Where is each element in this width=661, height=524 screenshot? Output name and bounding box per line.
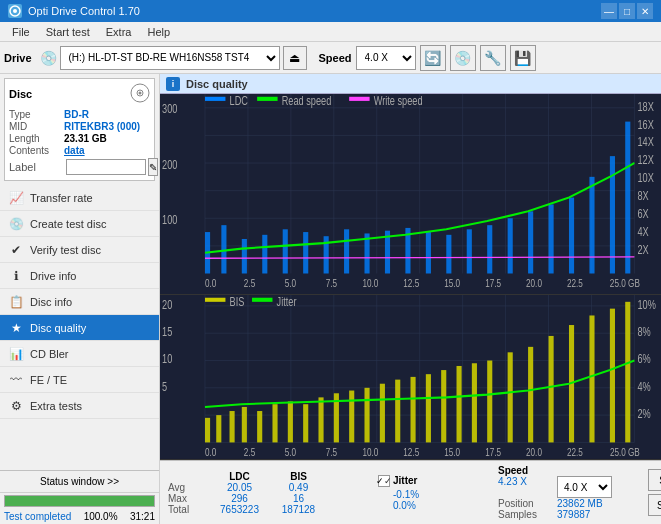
stats-total-ldc: 7653223 [212,504,267,515]
stats-max-ldc: 296 [212,493,267,504]
svg-text:12.5: 12.5 [403,446,419,458]
svg-rect-28 [303,232,308,273]
stats-avg-bis: 0.49 [271,482,326,493]
eject-button[interactable]: ⏏ [283,46,307,70]
svg-rect-116 [589,316,594,443]
sidebar-item-verify-test-disc[interactable]: ✔ Verify test disc [0,237,159,263]
speed-dropdown[interactable]: 4.0 X [557,476,612,498]
disc-length-value: 23.31 GB [64,133,107,144]
stats-total-label: Total [168,504,208,515]
jitter-max: 0.0% [393,500,488,511]
disc-type-label: Type [9,109,64,120]
nav-fe-te-label: FE / TE [30,374,67,386]
disc-label-input[interactable] [66,159,146,175]
close-button[interactable]: ✕ [637,3,653,19]
svg-rect-70 [257,97,277,101]
svg-rect-100 [318,398,323,443]
disc-contents-value[interactable]: data [64,145,85,156]
burn-button[interactable]: 💿 [450,45,476,71]
menu-extra[interactable]: Extra [98,24,140,40]
stats-bis-header: BIS [271,471,326,482]
svg-rect-102 [349,391,354,443]
menu-help[interactable]: Help [139,24,178,40]
svg-rect-34 [426,232,431,273]
minimize-button[interactable]: — [601,3,617,19]
maximize-button[interactable]: □ [619,3,635,19]
sidebar-item-create-test-disc[interactable]: 💿 Create test disc [0,211,159,237]
nav-verify-test-disc-label: Verify test disc [30,244,101,256]
label-edit-button[interactable]: ✎ [148,158,158,176]
samples-value: 379887 [557,509,627,520]
svg-rect-42 [589,177,594,274]
nav-transfer-rate-label: Transfer rate [30,192,93,204]
svg-text:15.0: 15.0 [444,277,460,290]
save-button[interactable]: 💾 [510,45,536,71]
drive-icon: 💿 [40,50,57,66]
svg-rect-104 [380,384,385,443]
sidebar-item-cd-bler[interactable]: 📊 CD Bler [0,341,159,367]
status-window-button[interactable]: Status window >> [0,471,159,493]
svg-rect-96 [257,411,262,442]
svg-rect-97 [272,404,277,442]
svg-rect-98 [288,402,293,443]
sidebar-item-extra-tests[interactable]: ⚙ Extra tests [0,393,159,419]
disc-header: Disc [9,83,150,105]
settings-button[interactable]: 🔧 [480,45,506,71]
nav-extra-tests-label: Extra tests [30,400,82,412]
disc-title: Disc [9,88,32,100]
menu-file[interactable]: File [4,24,38,40]
sidebar-item-disc-quality[interactable]: ★ Disc quality [0,315,159,341]
svg-text:2%: 2% [637,407,651,421]
svg-text:7.5: 7.5 [326,446,337,458]
start-full-button[interactable]: Start full [648,469,661,491]
status-time: 31:21 [130,511,155,522]
svg-rect-112 [508,353,513,443]
speed-select[interactable]: 4.0 X [356,46,416,70]
svg-text:2X: 2X [637,243,649,257]
svg-rect-92 [205,418,210,443]
svg-text:10%: 10% [637,298,656,312]
menu-start-test[interactable]: Start test [38,24,98,40]
svg-rect-40 [549,204,554,273]
svg-text:Write speed: Write speed [374,94,423,107]
nav-drive-info-label: Drive info [30,270,76,282]
charts-container: 300 200 100 18X 16X 14X 12X 10X 8X 6X 4X… [160,94,661,460]
refresh-button[interactable]: 🔄 [420,45,446,71]
sidebar-item-transfer-rate[interactable]: 📈 Transfer rate [0,185,159,211]
disc-label-label: Label [9,161,64,173]
start-part-button[interactable]: Start part [648,494,661,516]
jitter-label: Jitter [393,475,417,486]
disc-mid-value: RITEKBR3 (000) [64,121,140,132]
stats-avg-ldc: 20.05 [212,482,267,493]
svg-text:8X: 8X [637,189,649,203]
svg-text:20.0: 20.0 [526,446,542,458]
svg-text:5: 5 [162,379,167,393]
disc-mid-label: MID [9,121,64,132]
stats-avg-label: Avg [168,482,208,493]
svg-text:0.0: 0.0 [205,446,216,458]
start-buttons: Start full Start part [648,469,661,516]
sidebar-item-disc-info[interactable]: 📋 Disc info [0,289,159,315]
chart1-wrapper: 300 200 100 18X 16X 14X 12X 10X 8X 6X 4X… [160,94,661,295]
sidebar-item-drive-info[interactable]: ℹ Drive info [0,263,159,289]
svg-text:5.0: 5.0 [285,277,297,290]
disc-label-row: Label ✎ [9,158,150,176]
sidebar-item-fe-te[interactable]: 〰 FE / TE [0,367,159,393]
svg-text:300: 300 [162,102,177,116]
status-row: Test completed 100.0% 31:21 [0,509,159,524]
drive-select[interactable]: (H:) HL-DT-ST BD-RE WH16NS58 TST4 [60,46,280,70]
jitter-checkbox[interactable]: ✓ [378,475,390,487]
disc-quality-panel: i Disc quality [160,74,661,524]
svg-text:200: 200 [162,157,177,171]
disc-type-value: BD-R [64,109,89,120]
position-value: 23862 MB [557,498,627,509]
svg-text:12.5: 12.5 [403,277,419,290]
disc-quality-icon: ★ [8,320,24,336]
svg-rect-26 [262,235,267,274]
svg-rect-107 [426,374,431,442]
jitter-avg: -0.1% [393,489,488,500]
svg-rect-37 [487,225,492,273]
chart1-svg: 300 200 100 18X 16X 14X 12X 10X 8X 6X 4X… [160,94,661,294]
svg-rect-117 [610,309,615,443]
svg-rect-27 [283,229,288,273]
